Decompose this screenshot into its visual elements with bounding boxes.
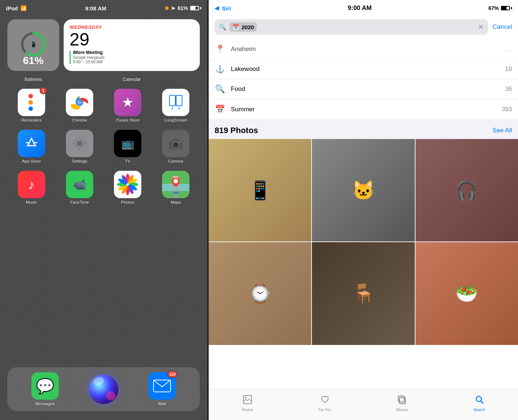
app-item-photos[interactable]: Photos [104, 171, 152, 204]
photo-cell-2[interactable]: 🐱 [312, 139, 414, 241]
anaheim-icon: 📍 [215, 44, 225, 54]
lakewood-count: 18 [505, 65, 512, 73]
battery-widget[interactable]: 📱 61% [7, 19, 59, 71]
svg-point-41 [245, 397, 246, 399]
mail-icon: 124 [148, 372, 176, 400]
camera-icon [162, 130, 189, 157]
app-item-tv[interactable]: 📺 TV [104, 130, 152, 163]
maps-svg: 280 [162, 171, 189, 198]
result-item-food[interactable]: 🔍 Food 36 [209, 79, 518, 99]
result-item-anaheim[interactable]: 📍 Anaheim ... [209, 39, 518, 60]
svg-marker-14 [173, 138, 179, 140]
status-bar-left: iPod 📶 9:08 AM ➤ 61% [0, 0, 207, 16]
app-item-settings[interactable]: Settings [56, 130, 104, 163]
app-item-longscreen[interactable]: LongScreen [152, 89, 200, 122]
photo-cell-6[interactable]: 🥗 [416, 242, 518, 345]
mail-label: Mail [158, 402, 166, 406]
app-item-maps[interactable]: 280 Maps [152, 171, 200, 204]
see-all-button[interactable]: See All [492, 127, 512, 134]
app-grid: 1 Reminders [0, 86, 207, 212]
battery-percent-right: 67% [488, 5, 499, 11]
anaheim-name: Anaheim [231, 45, 501, 53]
app-item-music[interactable]: ♪ Music [7, 171, 56, 204]
appstore-icon [18, 130, 45, 157]
photo-5-content: 🪑 [312, 242, 414, 345]
orange-dot [165, 6, 169, 10]
cancel-button[interactable]: Cancel [492, 23, 512, 31]
siri-glow [106, 391, 115, 400]
photo-cell-3[interactable]: 🎧 [416, 139, 518, 241]
battery-tip-r [511, 7, 512, 9]
device-label: iPod [6, 5, 18, 11]
app-item-appstore[interactable]: App Store [7, 130, 56, 163]
tab-for-you[interactable]: For You [286, 389, 363, 414]
summer-icon: 📅 [215, 105, 225, 114]
anaheim-count: ... [507, 45, 512, 53]
music-label: Music [26, 200, 37, 204]
photo-1-content: 📱 [209, 139, 311, 241]
battery-body-r [501, 6, 510, 10]
dock-area: 💬 Messages 124 [0, 363, 207, 420]
tv-label: TV [125, 159, 131, 163]
app-item-chrome[interactable]: Chrome [56, 89, 104, 122]
photos-svg [114, 171, 141, 198]
calendar-widget[interactable]: WEDNESDAY 29 iMore Meeting Google Hangou… [64, 19, 200, 71]
siri-highlight [92, 376, 105, 386]
calendar-date: 29 [70, 31, 194, 48]
tab-search[interactable]: Search [441, 389, 518, 414]
time-left: 9:08 AM [85, 5, 106, 11]
widgets-area: 📱 61% WEDNESDAY 29 iMore Meeting Google … [0, 16, 207, 77]
svg-point-36 [174, 179, 178, 183]
dock-item-mail[interactable]: 124 Mail [148, 372, 176, 406]
calendar-label: Calendar [64, 77, 200, 82]
tab-albums[interactable]: Albums [363, 389, 441, 414]
chrome-svg [71, 94, 88, 111]
settings-icon [66, 130, 93, 157]
results-list: 📍 Anaheim ... ⚓ Lakewood 18 🔍 Food 36 📅 … [209, 39, 518, 120]
search-pill[interactable]: 🔍 📅 2020 ✕ [215, 19, 488, 35]
photo-cell-5[interactable]: 🪑 [312, 242, 414, 345]
photo-cell-1[interactable]: 📱 [209, 139, 311, 241]
left-panel: iPod 📶 9:08 AM ➤ 61% 📱 [0, 0, 207, 420]
photos-section: 819 Photos See All 📱 🐱 🎧 ⌚ [209, 120, 518, 345]
battery-body [190, 6, 199, 10]
dock-item-messages[interactable]: 💬 Messages [31, 372, 59, 406]
reminder-dot-blue [28, 106, 33, 111]
battery-percent-left: 61% [178, 5, 188, 11]
photo-6-content: 🥗 [416, 242, 518, 345]
status-right-group: ➤ 61% [165, 5, 201, 11]
camera-svg [168, 135, 184, 152]
photo-3-content: 🎧 [416, 139, 518, 241]
search-clear-button[interactable]: ✕ [478, 23, 484, 31]
status-siri-back[interactable]: ◀ Siri [215, 5, 231, 11]
svg-rect-38 [173, 192, 178, 194]
right-panel: ◀ Siri 9:00 AM 67% 🔍 📅 2020 ✕ Cancel [209, 0, 518, 420]
dock-item-siri[interactable] [89, 375, 118, 404]
app-item-camera[interactable]: Camera [152, 130, 200, 163]
summer-name: Summer [231, 106, 496, 113]
photo-cell-4[interactable]: ⌚ [209, 242, 311, 345]
photos-header: 819 Photos See All [209, 120, 518, 139]
reminder-dot-orange [28, 100, 33, 105]
calendar-event-info: iMore Meeting Google Hangouts 9:00 – 10:… [73, 50, 105, 64]
result-item-lakewood[interactable]: ⚓ Lakewood 18 [209, 60, 518, 79]
appstore-label: App Store [22, 159, 41, 163]
photos-grid: 📱 🐱 🎧 ⌚ 🪑 🥗 [209, 139, 518, 345]
app-item-itunes[interactable]: ★ iTunes Store [104, 89, 152, 122]
app-item-reminders[interactable]: 1 Reminders [7, 89, 56, 122]
reminders-badge: 1 [40, 87, 47, 94]
photo-4-content: ⌚ [209, 242, 311, 345]
messages-icon: 💬 [31, 372, 59, 400]
messages-label: Messages [35, 402, 54, 406]
search-bar-area: 🔍 📅 2020 ✕ Cancel [209, 16, 518, 39]
tab-photos[interactable]: Photos [209, 389, 286, 414]
maps-icon: 280 [162, 171, 189, 198]
photos-count: 819 Photos [215, 126, 258, 135]
chrome-icon [66, 89, 93, 116]
result-item-summer[interactable]: 📅 Summer 393 [209, 99, 518, 120]
year-badge[interactable]: 📅 2020 [229, 22, 257, 32]
app-item-facetime[interactable]: 📹 FaceTime [56, 171, 104, 204]
svg-point-6 [77, 100, 82, 105]
mail-svg [153, 379, 171, 393]
mail-badge: 124 [167, 370, 178, 378]
